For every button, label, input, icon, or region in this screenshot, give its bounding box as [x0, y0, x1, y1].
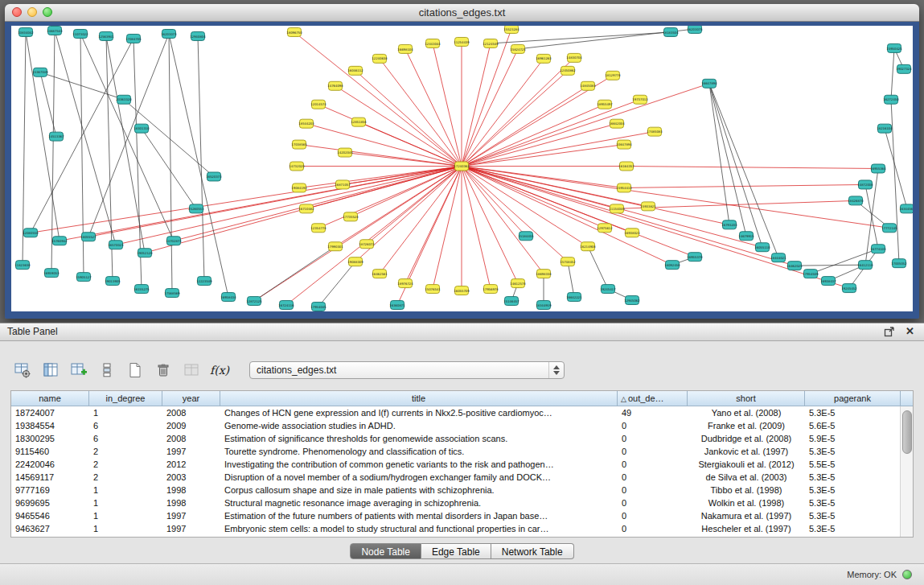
network-node[interactable]: 12080550 — [23, 229, 39, 237]
tab-node-table[interactable]: Node Table — [350, 543, 421, 559]
network-node[interactable]: 12124549 — [483, 39, 499, 47]
network-node[interactable]: 14679915 — [738, 232, 754, 241]
network-node[interactable]: 12223549 — [196, 277, 212, 286]
network-node[interactable]: 14732020 — [289, 162, 305, 171]
network-node[interactable]: 14702873 — [166, 237, 182, 245]
network-node[interactable]: 17735528 — [343, 212, 359, 221]
network-node[interactable]: 19013905 — [105, 277, 121, 286]
network-node[interactable]: 17954509 — [803, 270, 819, 278]
network-node[interactable]: 15954410 — [616, 183, 632, 192]
table-row[interactable]: 946554611997Estimation of the future num… — [11, 509, 913, 522]
delete-icon[interactable] — [154, 360, 173, 380]
network-node[interactable]: 12975612 — [597, 224, 613, 233]
network-node[interactable]: 18444021 — [770, 253, 786, 262]
column-header-year[interactable]: year — [162, 391, 220, 406]
table-row[interactable]: 1938455462009Genome-wide association stu… — [11, 419, 913, 432]
network-node[interactable]: 16203075 — [687, 26, 703, 33]
network-node[interactable]: 17568569 — [164, 289, 180, 298]
network-node[interactable]: 16360871 — [389, 301, 405, 310]
network-canvas[interactable]: 1724036211254439124430441669810412240638… — [11, 26, 913, 311]
network-node[interactable]: 16642221 — [566, 293, 582, 302]
table-row[interactable]: 1456911722003Disruption of a novel membe… — [11, 471, 913, 484]
network-node[interactable]: 11073022 — [72, 29, 88, 38]
network-node[interactable]: 16055110 — [754, 243, 770, 252]
network-node[interactable]: 12240638 — [372, 54, 388, 63]
column-settings-icon[interactable] — [13, 360, 32, 380]
network-node[interactable]: 12354778 — [310, 224, 326, 233]
network-node[interactable]: 16203073 — [161, 29, 177, 38]
table-row[interactable]: 2242004622012Investigating the contribut… — [11, 458, 913, 471]
network-node[interactable]: 15367049 — [32, 68, 48, 76]
network-node[interactable]: 16046112 — [347, 66, 363, 75]
table-row[interactable]: 946362711997Embryonic stem cells: a mode… — [11, 522, 913, 535]
network-node[interactable]: 12945062 — [624, 296, 640, 305]
network-node[interactable]: 12872125 — [246, 297, 262, 306]
network-node[interactable]: 16642004 — [609, 119, 625, 128]
network-node[interactable]: 11154049 — [609, 204, 625, 213]
network-node[interactable]: 19088309 — [347, 257, 363, 266]
network-node[interactable]: 12443044 — [425, 39, 441, 47]
network-node[interactable]: 10647894 — [616, 140, 632, 149]
network-node[interactable]: 16164357 — [618, 162, 634, 171]
network-node[interactable]: 19245417 — [600, 285, 616, 294]
network-node[interactable]: 16214908 — [580, 242, 596, 251]
network-node[interactable]: 16955370 — [687, 253, 703, 262]
network-node[interactable]: 16871057 — [335, 180, 351, 189]
network-node[interactable]: 18092450 — [664, 261, 680, 270]
network-node[interactable]: 15760942 — [51, 237, 68, 245]
network-node[interactable]: 16647894 — [701, 79, 717, 88]
network-node[interactable]: 16698104 — [397, 44, 413, 53]
float-panel-icon[interactable] — [884, 326, 895, 337]
show-columns-icon[interactable] — [41, 360, 60, 380]
network-node[interactable]: 18216104 — [877, 124, 893, 133]
network-node[interactable]: 18344919 — [536, 301, 552, 310]
network-node[interactable]: 15950425 — [886, 43, 902, 52]
table-row[interactable]: 977716911998Corpus callosum shape and si… — [11, 484, 913, 496]
close-panel-icon[interactable]: ✕ — [906, 325, 914, 337]
tab-network-table[interactable]: Network Table — [491, 543, 574, 559]
network-node[interactable]: 16272450 — [883, 95, 899, 104]
network-node[interactable]: 18096750 — [286, 27, 302, 36]
column-header-out-degree[interactable]: △out_de… — [618, 391, 688, 406]
column-header-pagerank[interactable]: pagerank — [805, 391, 901, 406]
table-row[interactable]: 969969511998Structural magnetic resonanc… — [11, 496, 913, 509]
network-node[interactable]: 20363320 — [116, 95, 132, 104]
network-node[interactable]: 17772145 — [881, 224, 897, 233]
network-node[interactable]: 15933821 — [640, 202, 656, 211]
network-node[interactable]: 16462561 — [372, 270, 388, 278]
network-node[interactable]: 16938437 — [820, 277, 836, 286]
tab-edge-table[interactable]: Edge Table — [421, 543, 491, 559]
network-node[interactable]: 12014574 — [310, 100, 326, 109]
network-node[interactable]: 16774103 — [870, 245, 886, 253]
network-node[interactable]: 16955364 — [870, 164, 886, 173]
network-node[interactable]: 16710482 — [298, 204, 314, 213]
network-node[interactable]: 15748452 — [560, 257, 576, 266]
network-node[interactable]: 17240362 — [454, 162, 470, 171]
network-node[interactable]: 12450862 — [560, 66, 576, 75]
network-node[interactable]: 15076541 — [425, 285, 441, 294]
network-node[interactable]: 17485083 — [647, 127, 663, 136]
network-node[interactable]: 16412110 — [857, 261, 873, 270]
network-node[interactable]: 18055527 — [80, 233, 97, 241]
network-node[interactable]: 19052120 — [137, 249, 153, 257]
create-column-icon[interactable] — [69, 360, 88, 380]
network-node[interactable]: 14612578 — [510, 279, 526, 288]
network-node[interactable]: 16570023 — [108, 241, 124, 249]
network-node[interactable]: 17990301 — [327, 242, 343, 251]
scrollbar-thumb[interactable] — [902, 410, 912, 454]
table-source-dropdown[interactable]: citations_edges.txt — [249, 361, 565, 379]
table-vertical-scrollbar[interactable] — [900, 406, 913, 537]
network-node[interactable]: 15146457 — [503, 297, 519, 306]
network-node[interactable]: 19245452 — [841, 284, 857, 293]
table-row[interactable]: 1872400712008Changes of HCN gene express… — [11, 406, 913, 419]
network-node[interactable]: 18183504 — [663, 27, 679, 36]
network-node[interactable]: 16155275 — [133, 285, 150, 294]
network-node[interactable]: 18426870 — [848, 196, 864, 205]
network-node[interactable]: 14830704 — [566, 53, 582, 62]
network-node[interactable]: 14202045 — [337, 148, 353, 157]
network-node[interactable]: 19027324 — [896, 64, 912, 73]
network-node[interactable]: 17084705 — [125, 34, 142, 43]
network-node[interactable]: 16958434 — [220, 293, 236, 302]
network-node[interactable]: 10834042 — [18, 27, 34, 36]
network-node[interactable]: 17038565 — [291, 140, 307, 149]
